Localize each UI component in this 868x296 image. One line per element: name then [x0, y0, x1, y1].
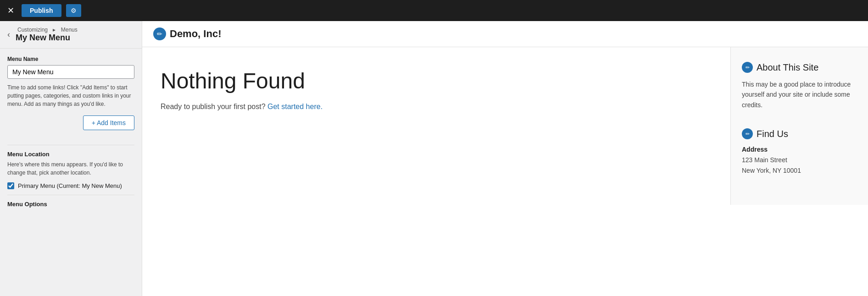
- primary-menu-checkbox[interactable]: [7, 182, 14, 189]
- widget-about-title: About This Site: [757, 62, 818, 73]
- nothing-found-text: Ready to publish your first post? Get st…: [161, 103, 712, 111]
- site-name: Demo, Inc!: [170, 28, 221, 40]
- sidebar-content: Menu Name Time to add some links! Click …: [0, 49, 142, 296]
- main-layout: ‹ Customizing ▸ Menus My New Menu Menu N…: [0, 21, 868, 296]
- get-started-link[interactable]: Get started here.: [267, 103, 323, 110]
- widget-find-us: ✏ Find Us Address 123 Main Street New Yo…: [742, 128, 857, 175]
- widget-about-edit-icon[interactable]: ✏: [742, 62, 753, 73]
- widget-about-text: This may be a good place to introduce yo…: [742, 79, 857, 110]
- primary-menu-checkbox-row[interactable]: Primary Menu (Current: My New Menu): [7, 182, 134, 189]
- breadcrumb-current: Menus: [61, 27, 78, 33]
- preview-body: Nothing Found Ready to publish your firs…: [142, 47, 868, 205]
- site-logo-icon: ✏: [153, 27, 166, 40]
- primary-menu-label: Primary Menu (Current: My New Menu): [18, 182, 122, 189]
- sidebar-divider: [7, 145, 134, 145]
- widget-find-us-title: Find Us: [757, 129, 788, 139]
- settings-button[interactable]: ⚙: [66, 4, 81, 17]
- menu-help-text: Time to add some links! Click "Add Items…: [7, 83, 134, 108]
- close-button[interactable]: ✕: [4, 5, 18, 16]
- preview-area: ✏ Demo, Inc! Nothing Found Ready to publ…: [142, 21, 868, 296]
- address-line-2: New York, NY 10001: [742, 165, 857, 175]
- preview-sidebar: ✏ About This Site This may be a good pla…: [730, 47, 868, 205]
- add-items-button[interactable]: + Add Items: [83, 115, 134, 130]
- menu-name-label: Menu Name: [7, 56, 134, 62]
- breadcrumb-container: Customizing ▸ Menus My New Menu: [16, 27, 79, 43]
- breadcrumb-parent: Customizing: [17, 27, 48, 33]
- publish-button[interactable]: Publish: [22, 4, 61, 17]
- widget-find-us-edit-icon[interactable]: ✏: [742, 128, 753, 139]
- widget-about: ✏ About This Site This may be a good pla…: [742, 62, 857, 110]
- preview-main: Nothing Found Ready to publish your firs…: [142, 47, 730, 205]
- nothing-found-title: Nothing Found: [161, 69, 712, 93]
- breadcrumb: Customizing ▸ Menus: [16, 27, 79, 33]
- breadcrumb-separator: ▸: [53, 27, 56, 33]
- sidebar-header: ‹ Customizing ▸ Menus My New Menu: [0, 21, 142, 49]
- widget-about-title-row: ✏ About This Site: [742, 62, 857, 73]
- back-button[interactable]: ‹: [6, 29, 12, 40]
- site-header: ✏ Demo, Inc!: [142, 21, 868, 47]
- customizer-sidebar: ‹ Customizing ▸ Menus My New Menu Menu N…: [0, 21, 142, 296]
- address-line-1: 123 Main Street: [742, 155, 857, 165]
- menu-location-title: Menu Location: [7, 151, 134, 158]
- menu-location-desc: Here's where this menu appears. If you'd…: [7, 160, 134, 177]
- sidebar-title: My New Menu: [16, 33, 79, 43]
- menu-name-input[interactable]: [7, 65, 134, 79]
- address-label: Address: [742, 146, 857, 153]
- top-bar: ✕ Publish ⚙: [0, 0, 868, 21]
- widget-find-us-title-row: ✏ Find Us: [742, 128, 857, 139]
- menu-options-title: Menu Options: [7, 201, 134, 208]
- sidebar-divider-2: [7, 195, 134, 195]
